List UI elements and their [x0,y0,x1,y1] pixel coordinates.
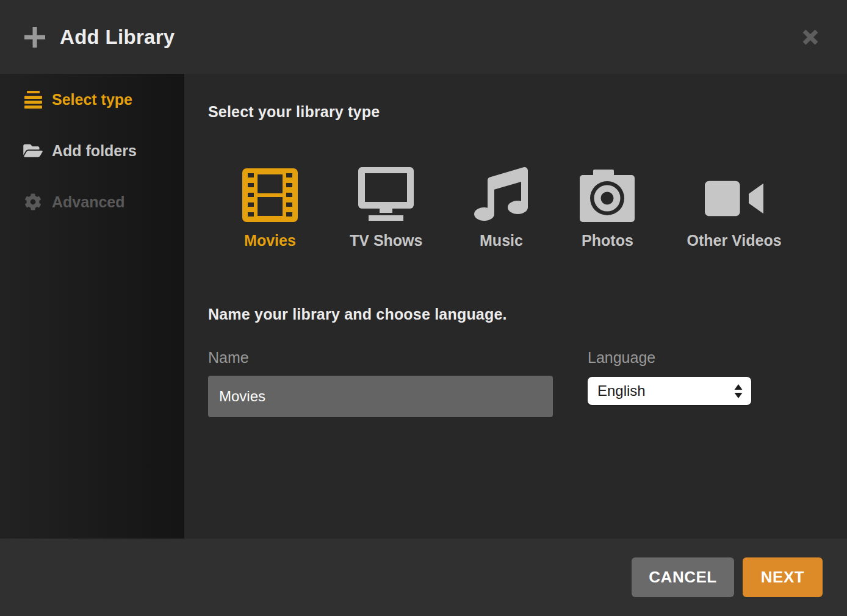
library-type-music[interactable]: Music [474,166,528,249]
cancel-button[interactable]: CANCEL [632,557,734,597]
name-field-block: Name [208,349,553,417]
next-button[interactable]: NEXT [743,557,823,597]
library-type-label: Movies [244,232,296,249]
library-type-label: Photos [582,232,633,249]
name-language-heading: Name your library and choose language. [208,306,847,323]
gear-icon [23,193,43,210]
folder-open-icon [23,142,43,159]
library-type-heading: Select your library type [208,103,847,121]
name-language-fields: Name Language English [208,349,847,417]
sidebar-item-add-folders[interactable]: Add folders [0,125,184,176]
language-select[interactable]: English [588,377,751,405]
library-type-label: Other Videos [687,232,781,249]
sidebar-item-label: Add folders [52,142,137,160]
list-icon [23,91,43,109]
sidebar-item-select-type[interactable]: Select type [0,74,184,125]
sidebar-item-label: Advanced [52,193,124,211]
wizard-steps-sidebar: Select type Add folders Advanced [0,74,184,539]
add-library-dialog: Add Library Select type [0,0,847,616]
music-note-icon [474,166,528,222]
language-selected-value: English [597,382,646,399]
camera-icon [580,166,635,222]
library-type-label: TV Shows [350,232,422,249]
language-field-block: Language English [588,349,751,417]
select-arrows-icon [734,384,743,398]
close-icon[interactable] [798,25,823,49]
library-type-photos[interactable]: Photos [580,166,635,249]
library-type-tv-shows[interactable]: TV Shows [350,166,422,249]
dialog-title: Add Library [60,26,175,49]
name-field-label: Name [208,349,553,367]
library-type-row: Movies TV Shows [208,166,847,249]
tv-icon [356,166,416,222]
dialog-header: Add Library [0,0,847,74]
library-type-movies[interactable]: Movies [242,166,298,249]
sidebar-item-advanced: Advanced [0,176,184,227]
film-icon [242,166,298,222]
language-field-label: Language [588,349,751,367]
dialog-footer: CANCEL NEXT [0,539,847,616]
library-type-other-videos[interactable]: Other Videos [687,166,781,249]
sidebar-item-label: Select type [52,91,132,109]
wizard-content: Select your library type [184,74,847,539]
video-camera-icon [705,166,763,222]
library-type-label: Music [480,232,523,249]
plus-icon [24,27,45,48]
library-name-input[interactable] [208,376,553,417]
